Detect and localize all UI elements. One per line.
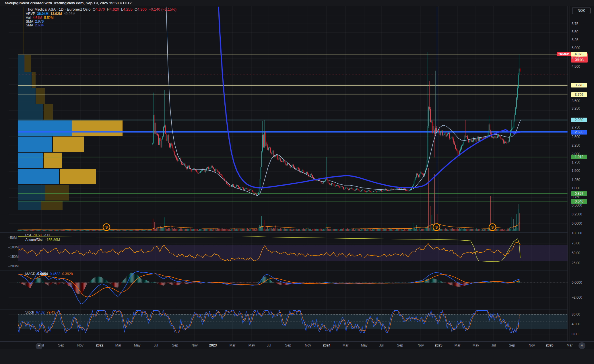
price-tick-label: 1.000: [572, 186, 580, 190]
time-tick-label: Mar: [115, 343, 121, 347]
price-tick-label: 1.500: [572, 169, 580, 173]
price-tick-label: 3.250: [572, 106, 580, 110]
time-tick-label: Mar: [567, 343, 573, 347]
sma-fast-legend[interactable]: SMA 2.976: [26, 20, 44, 24]
vrvp-row-buy: [18, 55, 24, 72]
time-tick-label: May: [134, 343, 141, 347]
time-tick-label: May: [473, 343, 479, 347]
time-tick-label: Nov: [529, 343, 535, 347]
price-tick-label: 2.750: [572, 125, 580, 129]
sma-slow-line: [218, 5, 521, 188]
accdist-scale-label: −50M: [8, 236, 21, 240]
time-tick-label: Sep: [509, 343, 515, 347]
time-tick-label: Mar: [343, 343, 349, 347]
time-tick-label: Sep: [172, 343, 178, 347]
svg-text:S: S: [105, 225, 108, 229]
rsi-legend[interactable]: RSI 70.58 Ø Ø: [25, 233, 50, 237]
time-tick-label: 2022: [96, 343, 104, 347]
stoch-tick-label: 40.00: [572, 322, 580, 326]
vrvp-row-sell: [45, 185, 69, 201]
time-tick-label: Nov: [305, 343, 311, 347]
vrvp-row-buy: [18, 120, 72, 136]
stoch-tick-label: 80.00: [572, 312, 580, 316]
time-tick-label: Mar: [455, 343, 461, 347]
symbol-legend[interactable]: Thor Medical ASA · 1D · Euronext Oslo O4…: [26, 7, 176, 11]
rsi-pane: [18, 237, 568, 262]
rsi-tick-label: 25.00: [572, 261, 580, 265]
candles: [152, 52, 520, 195]
svg-text:S: S: [435, 225, 438, 229]
split-marker[interactable]: S: [489, 224, 496, 231]
time-tick-label: Jul: [267, 343, 271, 347]
vrvp-row-buy: [18, 185, 45, 201]
vrvp-row-buy: [18, 104, 43, 120]
price-tick-label: 5.50: [572, 30, 578, 34]
vrvp-row-sell: [60, 169, 96, 184]
price-tick-label: 1.250: [572, 178, 580, 182]
time-tick-label: Sep: [397, 343, 403, 347]
price-line-badge: 1.912: [571, 155, 587, 159]
footer-bar: TradingView: [0, 349, 594, 364]
volume-legend[interactable]: Vol 4.61M 5.52M: [26, 16, 54, 20]
ticker-price-badge: TRMED: [557, 52, 571, 56]
macd-legend[interactable]: MACD 0.0654 0.4582 0.3928: [25, 272, 73, 276]
split-marker[interactable]: S: [433, 224, 440, 231]
vrvp-row-buy: [18, 88, 36, 104]
time-tick-label: 2026: [546, 343, 554, 347]
price-line-badge: 2.635: [571, 130, 587, 135]
volume-profile: [18, 7, 123, 210]
macd-signal-line: [18, 274, 519, 297]
macd-pane: [18, 271, 568, 304]
price-line-badge: 4.875: [571, 52, 587, 57]
currency-button[interactable]: NOK: [572, 7, 591, 14]
stoch-legend[interactable]: Stoch 67.32 79.43: [25, 310, 55, 314]
chart-canvas[interactable]: SSS: [0, 0, 594, 364]
rsi-tick-label: 100.00: [572, 231, 582, 235]
price-line-badge: 0.640: [571, 199, 587, 204]
price-tick-label: 3.500: [572, 99, 580, 103]
accdist-scale-label: −200M: [8, 264, 21, 268]
symbol-title[interactable]: Thor Medical ASA · 1D · Euronext Oslo: [26, 7, 90, 11]
scroll-left-button[interactable]: z: [36, 343, 42, 350]
time-axis[interactable]: JulSepNov2022MarMayJulSepNov2023MarMayJu…: [0, 341, 594, 350]
time-tick-label: May: [361, 343, 368, 347]
split-marker[interactable]: S: [103, 224, 110, 231]
price-line-badge: 3.705: [571, 92, 587, 97]
time-tick-label: Nov: [418, 343, 424, 347]
vrvp-row-sell: [72, 120, 123, 136]
macd-line: [18, 271, 519, 304]
vrvp-row-sell: [44, 104, 53, 120]
auto-scale-button[interactable]: A: [579, 342, 585, 349]
price-line-badge: 2.980: [571, 118, 587, 122]
accdist-scale-label: −100M: [8, 245, 21, 249]
change-value: −0.140 (−3.15%): [149, 7, 176, 11]
macd-tick-label: 0.0000: [572, 281, 582, 285]
moving-averages: [166, 5, 521, 196]
price-tick-label: 0.2500: [572, 212, 582, 216]
vrvp-row-buy: [18, 137, 52, 152]
price-line-badge: 0.857: [571, 191, 587, 196]
price-line-badge: 3.970: [571, 83, 587, 87]
macd-tick-label: −2.000: [572, 295, 582, 299]
sma-slow-legend[interactable]: SMA 2.634: [26, 23, 44, 27]
time-tick-label: Nov: [191, 343, 197, 347]
time-tick-label: Sep: [285, 343, 291, 347]
price-tick-label: 5.75: [572, 22, 578, 26]
tradingview-chart-window: savepiginvest created with TradingView.c…: [0, 0, 594, 364]
time-tick-label: 2025: [435, 343, 442, 347]
accdist-legend[interactable]: Accum/Dist −155.89M: [25, 238, 60, 242]
time-tick-label: May: [249, 343, 255, 347]
price-tick-label: 4.750: [572, 56, 580, 60]
price-tick-label: 2.250: [572, 143, 580, 147]
price-level-lines: [18, 7, 568, 227]
vrvp-row-sell: [41, 201, 63, 210]
price-tick-label: 0.0000: [572, 221, 582, 225]
stoch-tick-label: 0.00: [572, 332, 578, 336]
price-tick-label: 5.25: [572, 38, 578, 42]
svg-text:S: S: [491, 225, 494, 229]
vrvp-row-sell: [24, 55, 31, 72]
price-tick-label: 0.5000: [572, 203, 582, 207]
vrvp-legend[interactable]: VRVP 36.04M 13.92M 49.96M: [26, 12, 75, 16]
rsi-tick-label: 75.00: [572, 241, 580, 245]
time-tick-label: Nov: [77, 343, 83, 347]
